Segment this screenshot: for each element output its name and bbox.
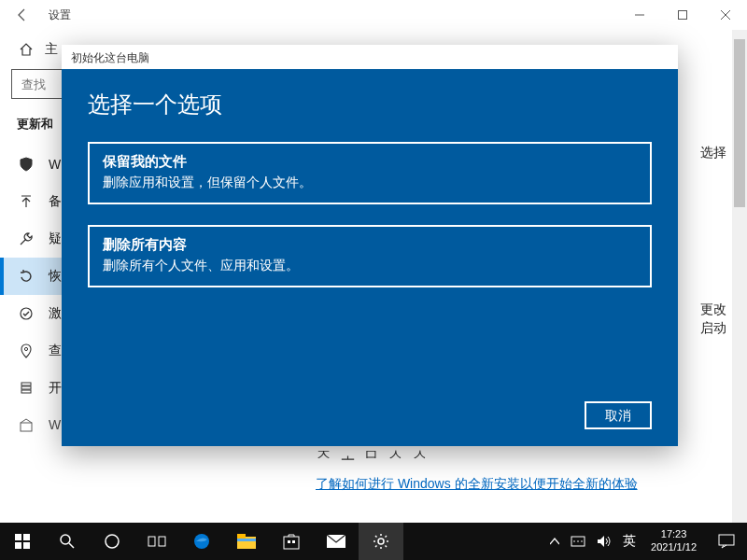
insider-icon xyxy=(17,418,35,433)
svg-rect-10 xyxy=(15,542,21,549)
clean-install-link[interactable]: 了解如何进行 Windows 的全新安装以便开始全新的体验 xyxy=(316,476,638,493)
taskbar-app-explorer[interactable] xyxy=(224,523,269,560)
svg-point-14 xyxy=(106,535,119,548)
peek-text-3: 启动 xyxy=(700,317,726,338)
option-title: 删除所有内容 xyxy=(103,236,637,254)
svg-rect-20 xyxy=(237,539,256,541)
close-button[interactable] xyxy=(704,0,747,30)
svg-rect-22 xyxy=(288,540,290,543)
search-button[interactable] xyxy=(45,523,90,560)
system-tray: 英 17:23 2021/1/12 xyxy=(544,523,747,560)
settings-titlebar: 设置 xyxy=(0,0,747,30)
home-icon xyxy=(17,42,35,57)
activation-icon xyxy=(17,306,35,321)
svg-rect-8 xyxy=(15,534,21,540)
taskbar-app-edge[interactable] xyxy=(179,523,224,560)
svg-point-27 xyxy=(573,540,575,542)
sidebar-item-label: 备 xyxy=(49,193,62,210)
dialog-heading: 选择一个选项 xyxy=(88,90,652,119)
developer-icon xyxy=(17,381,35,396)
home-label: 主 xyxy=(45,41,58,58)
svg-point-29 xyxy=(581,540,583,542)
taskbar: 英 17:23 2021/1/12 xyxy=(0,523,747,560)
option-description: 删除应用和设置，但保留个人文件。 xyxy=(103,175,637,191)
sidebar-item-label: 疑 xyxy=(49,231,62,247)
svg-point-2 xyxy=(21,308,32,319)
vertical-scrollbar[interactable] xyxy=(732,30,747,523)
troubleshoot-icon xyxy=(17,231,35,246)
window-title: 设置 xyxy=(49,7,71,23)
truncated-heading: ㅈ ㅗ ㅁ ㅅ ㅅ xyxy=(316,444,430,466)
shield-icon xyxy=(17,157,35,172)
svg-rect-21 xyxy=(284,537,299,549)
svg-point-25 xyxy=(378,539,384,544)
clock-time: 17:23 xyxy=(651,528,697,541)
ime-language-label[interactable]: 英 xyxy=(617,533,641,550)
svg-rect-23 xyxy=(292,540,295,543)
action-center-button[interactable] xyxy=(706,523,747,560)
taskbar-app-settings[interactable] xyxy=(359,523,403,560)
svg-line-13 xyxy=(69,543,74,548)
peek-text-1: 选择 xyxy=(700,142,726,162)
cancel-button[interactable]: 取消 xyxy=(585,401,652,429)
minimize-button[interactable] xyxy=(618,0,661,30)
option-keep-my-files[interactable]: 保留我的文件 删除应用和设置，但保留个人文件。 xyxy=(88,142,652,204)
volume-icon[interactable] xyxy=(591,535,617,548)
svg-rect-7 xyxy=(21,423,32,431)
task-view-button[interactable] xyxy=(134,523,179,560)
svg-rect-15 xyxy=(148,537,155,546)
svg-point-28 xyxy=(577,540,579,542)
findmydevice-icon xyxy=(17,343,35,358)
svg-rect-4 xyxy=(21,386,31,389)
back-button[interactable] xyxy=(4,0,41,30)
svg-rect-19 xyxy=(237,534,246,539)
taskbar-app-mail[interactable] xyxy=(314,523,359,560)
ime-indicator-icon[interactable] xyxy=(565,534,591,549)
taskbar-app-store[interactable] xyxy=(269,523,314,560)
recovery-icon xyxy=(17,269,35,284)
sidebar-item-label: 恢 xyxy=(49,268,62,285)
dialog-title: 初始化这台电脑 xyxy=(62,45,678,69)
svg-rect-1 xyxy=(679,11,687,20)
svg-rect-11 xyxy=(23,542,30,549)
tray-overflow-icon[interactable] xyxy=(544,538,565,545)
svg-rect-6 xyxy=(21,383,31,385)
taskbar-clock[interactable]: 17:23 2021/1/12 xyxy=(641,528,706,554)
option-remove-everything[interactable]: 删除所有内容 删除所有个人文件、应用和设置。 xyxy=(88,225,652,287)
svg-rect-5 xyxy=(21,390,31,393)
svg-rect-30 xyxy=(719,535,734,545)
start-button[interactable] xyxy=(0,523,45,560)
svg-point-3 xyxy=(24,347,27,350)
cortana-button[interactable] xyxy=(90,523,134,560)
clock-date: 2021/1/12 xyxy=(651,541,697,554)
sidebar-item-label: 查 xyxy=(49,343,62,359)
reset-pc-dialog: 初始化这台电脑 选择一个选项 保留我的文件 删除应用和设置，但保留个人文件。 删… xyxy=(62,45,678,446)
sidebar-item-label: 激 xyxy=(49,305,62,322)
maximize-button[interactable] xyxy=(661,0,704,30)
sidebar-item-label: W xyxy=(49,157,61,172)
option-title: 保留我的文件 xyxy=(103,153,637,171)
svg-point-12 xyxy=(61,535,70,544)
option-description: 删除所有个人文件、应用和设置。 xyxy=(103,258,637,274)
backup-icon xyxy=(17,194,35,209)
svg-rect-16 xyxy=(159,537,165,546)
scrollbar-thumb[interactable] xyxy=(734,39,745,207)
svg-rect-9 xyxy=(23,534,30,540)
